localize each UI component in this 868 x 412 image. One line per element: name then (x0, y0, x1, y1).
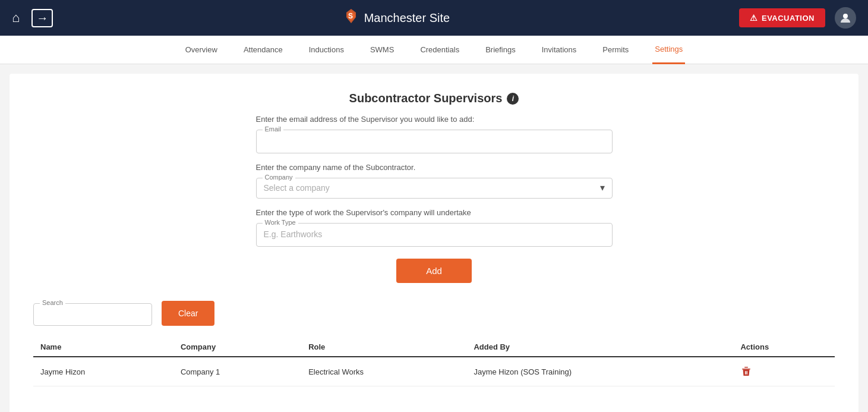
info-icon[interactable]: i (507, 93, 519, 105)
nav-inductions[interactable]: Inductions (307, 36, 346, 64)
evacuation-label: EVACUATION (762, 14, 815, 23)
add-button[interactable]: Add (396, 259, 472, 283)
supervisors-table: Name Company Role Added By Actions Jayme… (33, 338, 835, 386)
evacuation-button[interactable]: ⚠ EVACUATION (739, 8, 825, 27)
warning-icon: ⚠ (750, 13, 758, 23)
nav-attendance[interactable]: Attendance (241, 36, 285, 64)
worktype-label: Work Type (263, 219, 298, 226)
row-actions (733, 357, 835, 386)
user-avatar[interactable] (835, 7, 856, 29)
company-select-wrapper[interactable]: Company Select a company ▾ (256, 178, 613, 199)
worktype-description: Enter the type of work the Supervisor's … (256, 208, 613, 217)
svg-rect-7 (747, 371, 748, 375)
svg-rect-4 (742, 369, 750, 370)
search-section: Search Clear Name Company Role Added By … (33, 301, 835, 386)
col-added-by: Added By (466, 338, 733, 357)
table-body: Jayme Hizon Company 1 Electrical Works J… (33, 357, 835, 386)
header-center: S Manchester Site (343, 8, 450, 28)
col-name: Name (33, 338, 173, 357)
company-label: Company (263, 174, 295, 181)
nav-credentials[interactable]: Credentials (418, 36, 462, 64)
nav-briefings[interactable]: Briefings (483, 36, 518, 64)
search-input[interactable] (41, 307, 144, 320)
col-actions: Actions (733, 338, 835, 357)
navigation: Overview Attendance Inductions SWMS Cred… (0, 36, 868, 64)
main-content: Subcontractor Supervisors i Enter the em… (10, 74, 858, 412)
svg-rect-5 (744, 367, 748, 368)
logo-icon: S (343, 8, 359, 28)
table-header-row: Name Company Role Added By Actions (33, 338, 835, 357)
worktype-field-wrapper: Work Type (256, 223, 613, 247)
company-field-group: Company Select a company ▾ (256, 178, 613, 199)
company-select-inner[interactable]: Select a company ▾ (264, 182, 605, 193)
company-description: Enter the company name of the Subcontrac… (256, 163, 613, 172)
form-title: Subcontractor Supervisors i (256, 92, 613, 105)
search-field-wrapper: Search (33, 303, 152, 326)
clear-button[interactable]: Clear (162, 301, 214, 326)
row-role: Electrical Works (301, 357, 466, 386)
site-name: Manchester Site (364, 11, 450, 25)
svg-rect-6 (745, 371, 746, 375)
nav-settings[interactable]: Settings (652, 36, 685, 64)
email-field-group: Email (256, 130, 613, 153)
col-company: Company (173, 338, 301, 357)
email-input[interactable] (264, 134, 605, 148)
email-description: Enter the email address of the Superviso… (256, 115, 613, 124)
chevron-down-icon: ▾ (600, 182, 605, 193)
header-right: ⚠ EVACUATION (739, 7, 856, 29)
delete-icon[interactable] (740, 366, 828, 378)
table-row: Jayme Hizon Company 1 Electrical Works J… (33, 357, 835, 386)
email-label: Email (263, 125, 284, 133)
header: ⌂ → S Manchester Site ⚠ EVACUATION (0, 0, 868, 36)
nav-overview[interactable]: Overview (183, 36, 220, 64)
worktype-field-group: Work Type (256, 223, 613, 247)
row-name: Jayme Hizon (33, 357, 173, 386)
search-label: Search (40, 299, 65, 306)
worktype-input[interactable] (264, 227, 605, 241)
home-icon[interactable]: ⌂ (12, 10, 20, 26)
subcontractor-form: Subcontractor Supervisors i Enter the em… (256, 92, 613, 283)
row-company: Company 1 (173, 357, 301, 386)
logout-icon[interactable]: → (31, 9, 53, 27)
svg-point-3 (843, 14, 848, 18)
email-field-wrapper: Email (256, 130, 613, 153)
table-header: Name Company Role Added By Actions (33, 338, 835, 357)
search-row: Search Clear (33, 301, 835, 326)
nav-swms[interactable]: SWMS (368, 36, 396, 64)
row-added-by: Jayme Hizon (SOS Training) (466, 357, 733, 386)
nav-invitations[interactable]: Invitations (539, 36, 579, 64)
col-role: Role (301, 338, 466, 357)
nav-permits[interactable]: Permits (600, 36, 631, 64)
header-left: ⌂ → (12, 9, 53, 27)
company-select-value: Select a company (264, 183, 330, 193)
svg-text:S: S (348, 12, 353, 20)
